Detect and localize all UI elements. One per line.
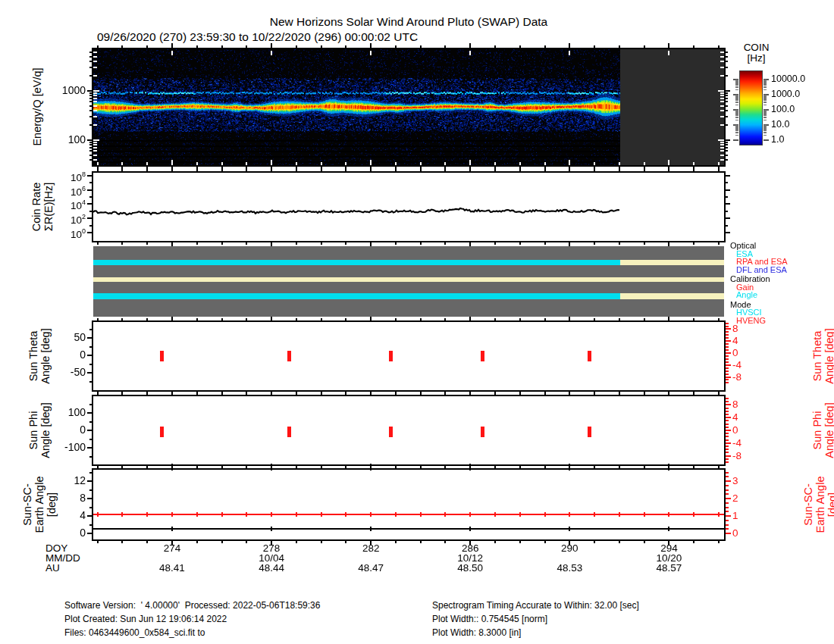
axis-tick <box>763 127 767 128</box>
footer-plot-width-norm: Plot Width:: 0.754545 [norm] <box>432 614 547 624</box>
axis-tick <box>196 167 198 169</box>
axis-tick <box>420 392 422 394</box>
axis-tick <box>726 424 729 425</box>
axis-tick <box>121 541 123 543</box>
axis-tick <box>693 392 694 394</box>
axis-tick <box>296 541 297 543</box>
au-tick-value: 48.50 <box>440 563 500 574</box>
status-bar-mode-segment <box>620 293 724 299</box>
axis-tick <box>693 242 694 245</box>
axis-tick <box>726 349 729 351</box>
axis-tick <box>619 392 620 394</box>
axis-tick <box>763 111 767 112</box>
axis-tick <box>763 81 767 83</box>
axis-tick <box>726 323 729 324</box>
axis-tick <box>726 520 729 521</box>
axis-tick <box>171 242 173 247</box>
time-range-subtitle: 09/26/2020 (270) 23:59:30 to 10/22/2020 … <box>97 30 418 44</box>
axis-tick <box>345 541 346 543</box>
axis-tick <box>735 127 738 128</box>
axis-tick <box>726 343 729 345</box>
axis-tick <box>121 167 123 169</box>
axis-tick <box>171 541 173 546</box>
axis-tick <box>726 489 729 491</box>
axis-tick <box>121 392 123 394</box>
axis-tick <box>97 167 99 169</box>
axis-tick <box>735 129 738 130</box>
axis-tick <box>718 242 720 245</box>
axis-tick <box>763 135 767 136</box>
axis-tick <box>644 242 645 245</box>
axis-tick <box>395 167 397 169</box>
axis-tick <box>735 80 738 82</box>
doy-tick-value: 290 <box>539 543 600 554</box>
footer-plot-width-in: Plot Width: 8.3000 [in] <box>432 628 521 637</box>
status-item-angle: Angle <box>736 291 757 299</box>
angle-tick-label: 0 <box>48 349 86 360</box>
axis-tick <box>726 196 728 198</box>
status-bar-gray <box>93 282 724 293</box>
axis-tick <box>763 120 767 121</box>
axis-tick <box>735 117 738 118</box>
status-item-hveng: HVENG <box>736 317 766 325</box>
axis-tick <box>763 85 767 86</box>
status-bar-gray <box>93 299 724 317</box>
doy-tick-value: 294 <box>638 543 699 554</box>
axis-tick <box>763 98 767 100</box>
axis-tick <box>693 167 694 169</box>
axis-tick <box>146 242 148 245</box>
axis-tick <box>726 502 729 504</box>
sun-sc-earth-axis-label: Sun-SC- Earth Angle [deg] <box>21 463 58 546</box>
axis-tick <box>726 124 728 126</box>
mmdd-tick-value: 10/04 <box>241 553 302 564</box>
axis-tick <box>726 404 731 405</box>
angle-right-tick-label: 4 <box>732 336 738 346</box>
axis-tick <box>494 167 496 169</box>
axis-tick <box>763 80 767 81</box>
status-bar-optical-segment <box>620 260 724 265</box>
axis-tick <box>763 86 767 88</box>
axis-tick <box>763 82 767 83</box>
axis-tick <box>726 417 731 418</box>
colorbar-tick-label: 100.0 <box>771 105 795 114</box>
energy-axis-label: Energy/Q [eV/q] <box>31 46 43 167</box>
axis-tick <box>726 430 731 431</box>
axis-tick <box>735 85 738 86</box>
axis-tick <box>735 100 738 102</box>
angle-right-tick-label: 8 <box>732 399 738 410</box>
axis-tick <box>763 105 767 106</box>
axis-tick <box>735 83 738 85</box>
axis-tick <box>726 374 729 375</box>
axis-tick <box>644 541 645 543</box>
footer-plot-created: Plot Created: Sun Jun 12 19:06:14 2022 <box>64 614 227 624</box>
status-bar-gray <box>93 265 724 277</box>
spectrogram-no-data-region <box>620 49 724 165</box>
axis-tick <box>321 392 322 394</box>
axis-tick <box>726 515 731 517</box>
au-tick-value: 48.41 <box>142 563 202 574</box>
axis-tick <box>644 392 645 394</box>
axis-tick <box>544 167 546 169</box>
axis-tick <box>763 109 769 111</box>
axis-tick <box>726 476 729 477</box>
axis-tick <box>693 541 694 543</box>
axis-tick <box>735 102 738 103</box>
angle-right-tick-label: 0 <box>732 425 738 436</box>
axis-tick <box>726 472 729 474</box>
axis-tick <box>726 326 729 327</box>
axis-tick <box>196 242 198 245</box>
doy-tick-value: 286 <box>440 543 500 554</box>
axis-tick <box>726 442 731 444</box>
status-group-mode: Mode <box>730 301 751 309</box>
axis-tick <box>735 132 738 133</box>
axis-tick <box>735 130 738 132</box>
mmdd-tick-value: 10/20 <box>638 553 699 564</box>
status-item-esa: ESA <box>736 250 753 258</box>
axis-tick <box>594 242 595 245</box>
axis-tick <box>726 328 731 330</box>
axis-tick <box>735 96 738 98</box>
sun-theta-right-axis-label: Sun Theta Angle [deg] <box>811 314 834 398</box>
axis-tick <box>763 130 767 132</box>
au-tick-value: 48.44 <box>241 563 302 574</box>
axis-tick <box>726 90 730 92</box>
